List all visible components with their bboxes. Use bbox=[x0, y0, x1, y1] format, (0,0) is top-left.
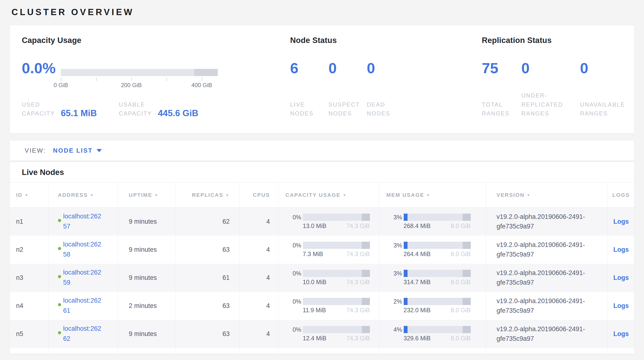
table-row: n3 localhost:26259 9 minutes 61 4 0% 10.… bbox=[10, 264, 634, 292]
column-header-address[interactable]: ADDRESS▼ bbox=[48, 183, 118, 208]
column-header-capacity-usage[interactable]: CAPACITY USAGE▼ bbox=[278, 183, 379, 208]
memory-percent: 3% bbox=[389, 242, 402, 249]
node-uptime-cell: 9 minutes bbox=[118, 320, 175, 348]
node-address-link[interactable]: localhost:26258 bbox=[63, 240, 104, 260]
replication-status-title: Replication Status bbox=[482, 36, 634, 45]
axis-tick bbox=[61, 78, 61, 81]
suspect-nodes-count: 0 bbox=[328, 61, 367, 76]
node-address-link[interactable]: localhost:26262 bbox=[63, 324, 104, 344]
dead-nodes-label: DEAD NODES bbox=[367, 100, 405, 118]
memory-total-value: 8.0 GiB bbox=[451, 223, 470, 229]
node-id-cell: n4 bbox=[10, 292, 48, 320]
capacity-bar bbox=[303, 298, 370, 305]
capacity-percent: 0% bbox=[288, 214, 302, 221]
sort-arrow-icon: ▼ bbox=[90, 193, 94, 197]
node-logs-cell: Logs bbox=[607, 208, 634, 236]
node-address-link[interactable]: localhost:26257 bbox=[63, 212, 104, 232]
capacity-percent: 0% bbox=[288, 298, 302, 305]
node-replicas-cell: 63 bbox=[175, 236, 239, 264]
column-header-uptime[interactable]: UPTIME▼ bbox=[118, 183, 175, 208]
usable-capacity-stat: USABLE CAPACITY 445.6 GiB bbox=[119, 100, 216, 118]
memory-used-segment bbox=[404, 298, 408, 305]
total-ranges-count: 75 bbox=[482, 61, 521, 76]
column-label: ADDRESS bbox=[58, 192, 88, 198]
column-header-version[interactable]: VERSION▼ bbox=[486, 183, 607, 208]
node-logs-cell: Logs bbox=[607, 236, 634, 264]
capacity-used-value: 10.0 MiB bbox=[303, 279, 326, 286]
dead-nodes-count: 0 bbox=[367, 61, 405, 76]
memory-reserved-segment bbox=[463, 326, 471, 333]
unavailable-ranges-count: 0 bbox=[580, 61, 635, 76]
column-label: LOGS bbox=[612, 192, 630, 198]
node-status-section: Node Status 6 0 0 LIVE NODES SUSPECT NOD… bbox=[290, 36, 482, 118]
column-header-replicas[interactable]: REPLICAS▼ bbox=[175, 183, 239, 208]
logs-link[interactable]: Logs bbox=[613, 274, 629, 281]
memory-total-value: 8.0 GiB bbox=[451, 279, 470, 286]
capacity-bar-reserved-segment bbox=[194, 69, 218, 76]
node-address-link[interactable]: localhost:26259 bbox=[63, 268, 104, 288]
axis-label: 0 GiB bbox=[54, 82, 68, 89]
logs-link[interactable]: Logs bbox=[613, 302, 629, 309]
live-status-dot-icon bbox=[58, 303, 61, 306]
used-capacity-stat: USED CAPACITY 65.1 MiB bbox=[22, 100, 119, 118]
capacity-axis-labels: 0 GiB 200 GiB 400 GiB bbox=[61, 82, 218, 89]
mem-usage-cell: 3% 268.4 MiB8.0 GiB bbox=[379, 208, 486, 236]
node-address-cell: localhost:26259 bbox=[48, 264, 118, 292]
column-label: UPTIME bbox=[129, 192, 152, 198]
cluster-overview-page: CLUSTER OVERVIEW Capacity Usage 0.0% 0 G… bbox=[0, 7, 644, 354]
capacity-bar-track bbox=[61, 69, 218, 76]
empty-cell bbox=[48, 348, 118, 354]
empty-cell bbox=[607, 348, 634, 354]
node-address-link[interactable]: localhost:26261 bbox=[63, 296, 104, 316]
memory-total-value: 8.0 GiB bbox=[451, 335, 470, 342]
axis-tick bbox=[131, 78, 132, 81]
live-status-dot-icon bbox=[58, 275, 61, 278]
node-uptime-cell: 9 minutes bbox=[118, 236, 175, 264]
view-label: VIEW: bbox=[25, 147, 46, 154]
capacity-bar bbox=[303, 326, 370, 333]
live-status-dot-icon bbox=[58, 247, 61, 250]
column-header-id[interactable]: ID▼ bbox=[10, 183, 48, 208]
mem-usage-cell: 4% 329.6 MiB8.0 GiB bbox=[379, 320, 486, 348]
node-cpus-cell: 4 bbox=[239, 292, 278, 320]
logs-link[interactable]: Logs bbox=[613, 218, 629, 225]
node-address-cell: localhost:26262 bbox=[48, 320, 118, 348]
view-dropdown[interactable]: NODE LIST bbox=[53, 147, 102, 154]
empty-cell bbox=[278, 348, 379, 354]
column-label: REPLICAS bbox=[192, 192, 223, 198]
capacity-bar bbox=[303, 270, 370, 277]
node-cpus-cell: 4 bbox=[239, 236, 278, 264]
column-header-cpus: CPUS bbox=[239, 183, 278, 208]
memory-used-value: 329.6 MiB bbox=[404, 335, 431, 342]
node-address-cell: localhost:26257 bbox=[48, 208, 118, 236]
memory-used-segment bbox=[404, 214, 408, 221]
usable-capacity-value: 445.6 GiB bbox=[158, 109, 198, 118]
under-replicated-ranges-count: 0 bbox=[521, 61, 580, 76]
capacity-stats-row: USED CAPACITY 65.1 MiB USABLE CAPACITY 4… bbox=[22, 100, 216, 118]
node-address-cell: localhost:26261 bbox=[48, 292, 118, 320]
mem-usage-cell: 3% 264.4 MiB8.0 GiB bbox=[379, 236, 486, 264]
memory-percent: 2% bbox=[389, 298, 402, 305]
node-replicas-cell: 61 bbox=[175, 264, 239, 292]
column-label: VERSION bbox=[497, 192, 525, 198]
logs-link[interactable]: Logs bbox=[613, 246, 629, 253]
under-replicated-ranges-label: UNDER-REPLICATED RANGES bbox=[521, 91, 580, 118]
capacity-used-value: 11.9 MiB bbox=[303, 307, 326, 314]
memory-percent: 4% bbox=[389, 326, 402, 333]
node-status-labels: LIVE NODES SUSPECT NODES DEAD NODES bbox=[290, 100, 405, 118]
used-capacity-value: 65.1 MiB bbox=[61, 109, 97, 118]
chevron-down-icon bbox=[96, 149, 102, 152]
column-label: CAPACITY USAGE bbox=[286, 192, 341, 198]
logs-link[interactable]: Logs bbox=[613, 330, 629, 337]
usable-capacity-label: USABLE CAPACITY bbox=[119, 100, 158, 118]
capacity-percent: 0% bbox=[288, 242, 302, 249]
table-row: n5 localhost:26262 9 minutes 63 4 0% 12.… bbox=[10, 320, 634, 348]
table-row: n1 localhost:26257 9 minutes 62 4 0% 13.… bbox=[10, 208, 634, 236]
table-row: n4 localhost:26261 2 minutes 63 4 0% 11.… bbox=[10, 292, 634, 320]
memory-used-value: 268.4 MiB bbox=[404, 223, 431, 229]
node-uptime-cell: 9 minutes bbox=[118, 208, 175, 236]
empty-cell bbox=[239, 348, 278, 354]
capacity-usage-title: Capacity Usage bbox=[22, 36, 290, 45]
page-title: CLUSTER OVERVIEW bbox=[12, 7, 634, 17]
column-header-mem-usage[interactable]: MEM USAGE▼ bbox=[379, 183, 486, 208]
